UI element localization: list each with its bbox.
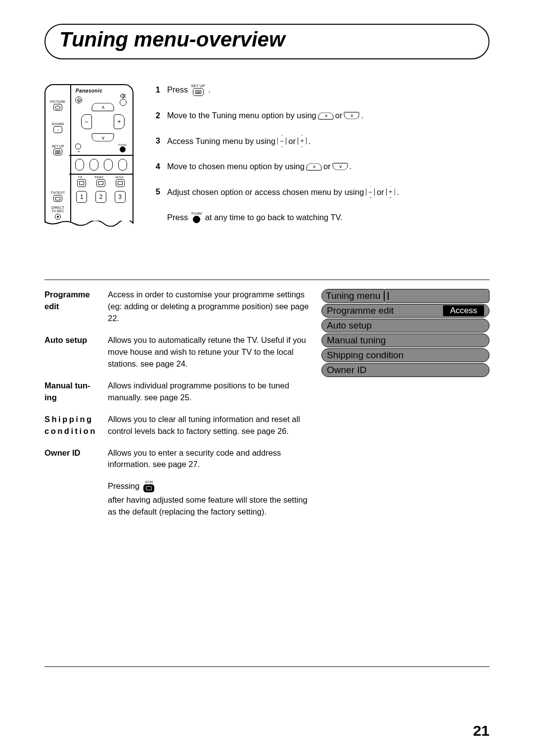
- def-term: Shipping condition: [44, 414, 99, 437]
- def-desc: Allows you to automatically retune the T…: [108, 334, 310, 370]
- sound-icon: ♪: [53, 126, 62, 133]
- osd-menu: Tuning menu Programme edit Access Auto s…: [321, 289, 490, 377]
- osd-title: Tuning menu: [321, 289, 385, 303]
- page-title-frame: Tuning menu-overview: [44, 24, 490, 59]
- osd-row-label: Shipping condition: [327, 350, 403, 361]
- def-desc: Allows you to enter a security code and …: [108, 447, 310, 471]
- minus-button-icon: –: [366, 186, 375, 198]
- num-3-button: 3: [115, 191, 126, 203]
- num-2-button: 2: [95, 191, 106, 203]
- osd-row-programme-edit: Programme edit Access: [321, 304, 490, 318]
- note-text: after having adjusted some feature will …: [108, 494, 310, 518]
- dpad-up-icon: ∧: [91, 103, 115, 111]
- icon-label: TV/AV: [191, 212, 202, 216]
- setup-side-icon: [53, 148, 62, 155]
- step-text: or: [377, 187, 384, 198]
- index-button-icon: [96, 179, 105, 187]
- step-3: 3 Access Tuning menu by using – or + .: [153, 135, 490, 147]
- osd-row-owner-id: Owner ID: [321, 363, 490, 377]
- def-desc: Allows individual programme positions to…: [108, 380, 310, 404]
- up-button-icon: ∧: [318, 112, 334, 119]
- def-term: Manual tun- ing: [44, 380, 99, 404]
- step-text: .: [208, 84, 211, 95]
- osd-row-shipping-condition: Shipping condition: [321, 348, 490, 362]
- step-text: or: [288, 136, 296, 147]
- def-term: Auto setup: [44, 334, 99, 370]
- remote-blank-button: [75, 159, 84, 171]
- rec-icon: [55, 214, 61, 220]
- hold-button-icon: [116, 179, 125, 187]
- step-text: Adjust chosen option or access chosen me…: [167, 187, 364, 198]
- remote-illustration: Panasonic PICTURE SOUND ♪ SET UP ⏻: [44, 84, 134, 223]
- press-back-note: Press TV/AV at any time to go back to wa…: [167, 212, 490, 223]
- page-number: 21: [473, 722, 490, 739]
- step-5: 5 Adjust chosen option or access chosen …: [153, 186, 490, 198]
- down-button-icon: ∨: [332, 163, 348, 170]
- remote-blank-button: [104, 159, 113, 171]
- note-text: Pressing: [108, 480, 139, 492]
- num-1-button: 1: [76, 191, 87, 203]
- tvav-button-icon: [120, 146, 126, 152]
- step-number: 2: [153, 110, 160, 121]
- definitions: Programme edit Access in order to custom…: [44, 289, 310, 518]
- osd-access-badge: Access: [443, 305, 484, 316]
- step-text: Press: [167, 212, 188, 223]
- top-row: Panasonic PICTURE SOUND ♪ SET UP ⏻: [44, 84, 490, 237]
- def-owner-id: Owner ID Allows you to enter a security …: [44, 447, 310, 471]
- up-button-icon: ∧: [306, 163, 322, 170]
- steps-list: 1 Press SET UP . 2 Move to the Tuning me…: [153, 84, 490, 237]
- def-auto-setup: Auto setup Allows you to automatically r…: [44, 334, 310, 370]
- osd-row-label: Programme edit: [327, 305, 394, 316]
- down-button-icon: ∨: [344, 112, 359, 119]
- index-label: INDEX: [94, 176, 103, 179]
- tvtext-icon: [53, 195, 62, 202]
- osd-row-manual-tuning: Manual tuning: [321, 333, 490, 347]
- setup-label: SET UP: [47, 144, 68, 148]
- remote-side-labels: PICTURE SOUND ♪ SET UP: [47, 100, 68, 156]
- power-icon: ⏻: [75, 96, 82, 103]
- fp-button-icon: [77, 179, 86, 187]
- step-text: .: [397, 187, 400, 198]
- remote-separator: [69, 155, 133, 156]
- section-divider: [44, 280, 490, 280]
- step-text: Press: [167, 84, 188, 95]
- step-number: 1: [153, 84, 160, 95]
- picture-label: PICTURE: [47, 100, 68, 103]
- step-number: 4: [153, 161, 160, 172]
- step-text: at any time to go back to watching TV.: [205, 212, 343, 223]
- step-number: 3: [153, 135, 160, 146]
- fp-label: F.P.: [78, 176, 83, 179]
- plus-button-icon: +: [386, 186, 395, 198]
- remote-separator: [69, 174, 133, 175]
- picture-icon: [53, 104, 62, 111]
- remote-torn-edge: [44, 221, 134, 227]
- def-shipping-condition: Shipping condition Allows you to clear a…: [44, 414, 310, 437]
- def-desc: Access in order to customise your progra…: [108, 289, 310, 325]
- tvtext-label: TV/TEXT: [46, 191, 69, 194]
- remote-dpad-area: ⏻ ∧ ∨ – + ⇥ TV/AV: [72, 94, 130, 154]
- direct-label: DIRECT TV REC: [46, 206, 69, 213]
- setup-button-icon: SET UP: [191, 84, 205, 96]
- def-term: Owner ID: [44, 447, 99, 471]
- def-programme-edit: Programme edit Access in order to custom…: [44, 289, 310, 325]
- dpad-right-icon: +: [114, 114, 125, 129]
- icon-label: SET UP: [191, 84, 205, 88]
- remote-blank-row: [72, 159, 130, 171]
- osd-row-auto-setup: Auto setup: [321, 319, 490, 332]
- remote-brand: Panasonic: [48, 88, 130, 94]
- step-text: Move to chosen menu option by using: [167, 161, 305, 172]
- step-text: or: [323, 161, 331, 172]
- minus-button-icon: –: [277, 135, 286, 147]
- str-button-icon: STR: [143, 480, 154, 492]
- remote-blank-button: [89, 159, 98, 171]
- tvav-button-icon: TV/AV: [191, 212, 202, 223]
- step-text: .: [361, 110, 363, 121]
- osd-row-label: Manual tuning: [327, 335, 386, 346]
- step-4: 4 Move to chosen menu option by using ∧ …: [153, 161, 490, 172]
- step-2: 2 Move to the Tuning menu option by usin…: [153, 110, 490, 121]
- page-title: Tuning menu-overview: [59, 28, 475, 51]
- sound-label: SOUND: [47, 122, 68, 126]
- osd-row-label: Owner ID: [327, 365, 366, 376]
- str-foot-note: Pressing STR after having adjusted some …: [108, 480, 310, 518]
- hold-label: HOLD: [115, 176, 124, 179]
